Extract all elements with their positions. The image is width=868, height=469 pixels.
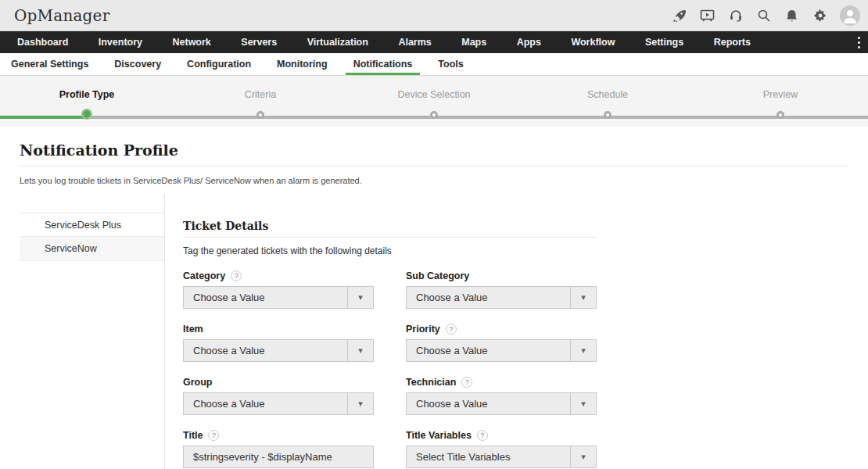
main-nav-items: Dashboard Inventory Network Servers Virt…	[0, 37, 868, 48]
nav-item-inventory[interactable]: Inventory	[99, 37, 142, 48]
topbar-icon-group	[671, 5, 868, 26]
title-divider	[20, 166, 848, 166]
subtab-general-settings[interactable]: General Settings	[3, 53, 96, 75]
nav-item-apps[interactable]: Apps	[517, 37, 541, 48]
field-label: Technician	[406, 377, 456, 388]
opmanager-app: OpManager	[0, 0, 868, 469]
field-category: Category ? Choose a Value	[183, 269, 374, 309]
chevron-down-icon	[570, 287, 596, 308]
select-value: Choose a Value	[184, 398, 265, 410]
nav-item-settings[interactable]: Settings	[645, 37, 683, 48]
category-select[interactable]: Choose a Value	[183, 286, 374, 309]
chevron-down-icon	[347, 393, 373, 414]
sub-category-select[interactable]: Choose a Value	[406, 286, 597, 309]
nav-item-virtualization[interactable]: Virtualization	[307, 37, 368, 48]
help-icon[interactable]: ?	[208, 430, 219, 441]
step-dot-device-selection[interactable]	[430, 111, 438, 119]
nav-item-maps[interactable]: Maps	[461, 37, 486, 48]
user-avatar[interactable]	[840, 5, 860, 26]
rocket-icon[interactable]	[671, 7, 687, 23]
select-value: Choose a Value	[407, 292, 488, 303]
stepper-track-completed	[0, 116, 87, 119]
app-logo: OpManager	[14, 6, 109, 25]
help-icon[interactable]: ?	[477, 430, 488, 441]
list-item-servicenow[interactable]: ServiceNow	[20, 237, 164, 261]
item-select[interactable]: Choose a Value	[183, 339, 374, 362]
step-label-profile-type: Profile Type	[59, 89, 115, 100]
support-headset-icon[interactable]	[727, 7, 744, 23]
subtab-configuration[interactable]: Configuration	[179, 53, 259, 75]
field-title-variables: Title Variables ? Select Title Variables	[406, 428, 597, 468]
step-dot-preview[interactable]	[777, 111, 784, 119]
group-select[interactable]: Choose a Value	[183, 392, 374, 415]
select-value: Choose a Value	[184, 345, 265, 356]
priority-select[interactable]: Choose a Value	[406, 339, 597, 362]
chevron-down-icon	[570, 393, 596, 414]
step-label-device-selection: Device Selection	[397, 89, 470, 100]
ticket-details-form: Category ? Choose a Value Sub Category C…	[183, 269, 597, 469]
field-sub-category: Sub Category Choose a Value	[406, 269, 597, 309]
chevron-down-icon	[347, 340, 373, 361]
gear-icon[interactable]	[812, 7, 828, 23]
select-value: Choose a Value	[407, 345, 488, 356]
search-icon[interactable]	[755, 7, 772, 23]
ticket-tool-list: ServiceDesk Plus ServiceNow	[20, 213, 164, 261]
step-label-preview: Preview	[763, 89, 798, 100]
chevron-down-icon	[347, 287, 373, 308]
chevron-down-icon	[570, 340, 596, 361]
field-label: Category	[183, 270, 225, 281]
subtab-discovery[interactable]: Discovery	[106, 53, 169, 75]
nav-item-workflow[interactable]: Workflow	[571, 37, 615, 48]
select-value: Select Title Variables	[407, 451, 510, 463]
nav-item-dashboard[interactable]: Dashboard	[17, 37, 68, 48]
section-divider	[183, 237, 597, 238]
field-label: Title	[183, 430, 203, 441]
section-subtitle: Tag the generated tickets with the follo…	[183, 245, 392, 256]
nav-item-network[interactable]: Network	[173, 37, 211, 48]
field-label: Item	[183, 324, 203, 335]
chevron-down-icon	[570, 446, 596, 467]
technician-select[interactable]: Choose a Value	[406, 392, 597, 415]
list-item-servicedesk-plus[interactable]: ServiceDesk Plus	[20, 213, 164, 237]
step-dot-criteria[interactable]	[256, 111, 264, 119]
wizard-stepper: Profile Type Criteria Device Selection S…	[0, 76, 868, 127]
main-nav: Dashboard Inventory Network Servers Virt…	[0, 31, 868, 53]
help-icon[interactable]: ?	[461, 377, 472, 388]
nav-item-reports[interactable]: Reports	[714, 37, 751, 48]
subtab-monitoring[interactable]: Monitoring	[269, 53, 335, 75]
help-icon[interactable]: ?	[446, 324, 457, 335]
bell-icon[interactable]	[784, 7, 800, 23]
step-label-schedule: Schedule	[587, 89, 628, 100]
step-label-criteria: Criteria	[245, 89, 276, 100]
title-input[interactable]	[183, 446, 374, 468]
field-label: Group	[183, 377, 213, 388]
nav-item-alarms[interactable]: Alarms	[398, 37, 431, 48]
training-video-icon[interactable]	[699, 7, 716, 23]
field-group: Group Choose a Value	[183, 375, 374, 415]
settings-subnav: General Settings Discovery Configuration…	[0, 53, 868, 76]
page-description: Lets you log trouble tickets in ServiceD…	[20, 176, 362, 185]
subtab-tools[interactable]: Tools	[430, 53, 471, 75]
field-label: Title Variables	[406, 430, 472, 441]
field-priority: Priority ? Choose a Value	[406, 322, 597, 362]
sidebar-divider	[164, 194, 165, 469]
nav-item-servers[interactable]: Servers	[241, 37, 277, 48]
select-value: Choose a Value	[184, 292, 265, 303]
title-variables-select[interactable]: Select Title Variables	[406, 446, 597, 468]
field-label: Sub Category	[406, 270, 469, 281]
top-bar: OpManager	[0, 0, 868, 31]
section-title: Ticket Details	[183, 220, 268, 232]
page-title: Notification Profile	[20, 141, 178, 159]
help-icon[interactable]: ?	[231, 270, 242, 281]
field-item: Item Choose a Value	[183, 322, 374, 362]
step-dot-schedule[interactable]	[604, 111, 612, 119]
step-dot-profile-type[interactable]	[81, 109, 92, 120]
field-title: Title ?	[183, 428, 374, 468]
kebab-menu-icon[interactable]	[858, 31, 860, 53]
select-value: Choose a Value	[407, 398, 488, 410]
field-technician: Technician ? Choose a Value	[406, 375, 597, 415]
subtab-notifications[interactable]: Notifications	[346, 53, 421, 75]
field-label: Priority	[406, 324, 440, 335]
